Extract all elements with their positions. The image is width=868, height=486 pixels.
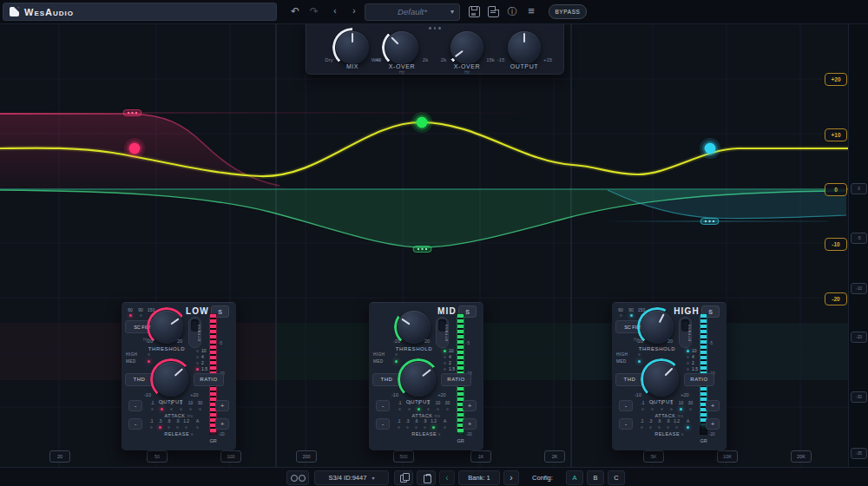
attack-led[interactable]	[189, 408, 192, 410]
global-bypass-button[interactable]: BYPASS	[549, 4, 587, 19]
release-led[interactable]	[641, 426, 643, 429]
attack-led[interactable]	[408, 408, 411, 410]
release-led[interactable]	[150, 426, 153, 429]
thd-mode-led[interactable]	[395, 353, 398, 356]
release-led[interactable]	[196, 426, 199, 429]
attack-led[interactable]	[427, 408, 430, 410]
undo-button[interactable]: ↶	[286, 3, 304, 19]
attack-increase-button[interactable]: +	[215, 400, 229, 411]
release-decrease-button[interactable]: -	[128, 418, 142, 430]
attack-led[interactable]	[180, 408, 182, 410]
ratio-led[interactable]	[687, 368, 689, 371]
thd-mode-led[interactable]	[638, 360, 641, 363]
save-icon[interactable]	[469, 6, 480, 17]
prev-preset-button[interactable]: ‹	[326, 3, 344, 19]
bank-indicator[interactable]: Bank: 1	[458, 470, 500, 485]
high-band-node[interactable]	[700, 138, 720, 159]
mix-knob[interactable]	[336, 31, 369, 64]
sc-led[interactable]	[620, 314, 622, 317]
attack-increase-button[interactable]: +	[463, 400, 477, 411]
copy-settings-button[interactable]	[394, 470, 413, 485]
thd-mode-led[interactable]	[638, 353, 641, 356]
attack-led[interactable]	[199, 408, 201, 410]
release-led[interactable]	[406, 426, 409, 429]
ratio-led[interactable]	[444, 356, 446, 358]
thd-mode-led[interactable]	[148, 360, 150, 363]
release-led[interactable]	[432, 426, 435, 429]
xover-low-knob[interactable]	[385, 31, 418, 64]
output-knob[interactable]	[154, 362, 188, 397]
ratio-led[interactable]	[196, 368, 199, 371]
release-led[interactable]	[444, 426, 446, 429]
sc-led[interactable]	[140, 314, 142, 317]
attack-led[interactable]	[651, 408, 654, 410]
release-led[interactable]	[398, 426, 400, 429]
thd-mode-led[interactable]	[395, 360, 398, 363]
band-bypass-toggle[interactable]: BYPASS	[188, 317, 201, 348]
release-led[interactable]	[424, 426, 426, 429]
release-led[interactable]	[159, 426, 161, 429]
attack-led[interactable]	[661, 408, 663, 410]
device-selector[interactable]: S3/4 ID:9447 ▾	[314, 470, 389, 485]
info-icon[interactable]: ⓘ	[503, 3, 521, 19]
ratio-button[interactable]: RATIO	[684, 373, 714, 386]
high-threshold-handle[interactable]	[700, 219, 719, 225]
low-threshold-handle[interactable]	[123, 110, 141, 116]
release-increase-button[interactable]: +	[215, 418, 229, 430]
attack-decrease-button[interactable]: -	[619, 400, 633, 411]
release-led[interactable]	[675, 426, 678, 429]
prev-bank-button[interactable]: ‹	[439, 470, 455, 485]
panel-drag-handle[interactable]	[429, 27, 441, 30]
ratio-led[interactable]	[687, 350, 689, 352]
attack-led[interactable]	[398, 408, 401, 410]
release-led[interactable]	[687, 426, 689, 429]
ratio-led[interactable]	[444, 362, 446, 364]
release-led[interactable]	[176, 426, 179, 429]
ratio-button[interactable]: RATIO	[194, 373, 224, 386]
release-led[interactable]	[168, 426, 170, 429]
attack-led[interactable]	[151, 408, 154, 410]
redo-button[interactable]: ↷	[306, 3, 323, 19]
attack-led[interactable]	[680, 408, 682, 410]
release-led[interactable]	[649, 426, 652, 429]
menu-icon[interactable]: ≡	[523, 3, 540, 19]
attack-led[interactable]	[641, 408, 644, 410]
preset-selector[interactable]: Default* ▾	[365, 3, 460, 21]
attack-led[interactable]	[446, 408, 449, 410]
config-a-button[interactable]: A	[566, 470, 583, 485]
attack-decrease-button[interactable]: -	[128, 400, 142, 411]
ratio-led[interactable]	[196, 362, 199, 364]
release-led[interactable]	[415, 426, 418, 429]
ratio-led[interactable]	[196, 350, 199, 352]
paste-settings-button[interactable]	[417, 470, 436, 485]
config-b-button[interactable]: B	[587, 470, 604, 485]
attack-led[interactable]	[437, 408, 439, 410]
low-band-node[interactable]	[124, 138, 145, 159]
attack-led[interactable]	[161, 408, 163, 410]
attack-led[interactable]	[170, 408, 173, 410]
sc-led[interactable]	[129, 314, 132, 317]
ratio-led[interactable]	[444, 350, 446, 352]
output-trim-knob[interactable]	[508, 31, 541, 64]
next-preset-button[interactable]: ›	[345, 3, 363, 19]
ratio-led[interactable]	[687, 362, 689, 364]
stereo-link-icon[interactable]	[286, 470, 309, 485]
mid-band-node[interactable]	[411, 112, 432, 133]
attack-led[interactable]	[689, 408, 692, 410]
ratio-led[interactable]	[444, 368, 446, 371]
output-knob[interactable]	[644, 362, 679, 397]
output-knob[interactable]	[401, 362, 436, 397]
release-led[interactable]	[667, 426, 669, 429]
sc-led[interactable]	[630, 314, 633, 317]
release-increase-button[interactable]: +	[463, 418, 477, 430]
attack-led[interactable]	[418, 408, 420, 410]
release-increase-button[interactable]: +	[706, 418, 720, 430]
attack-led[interactable]	[670, 408, 673, 410]
release-led[interactable]	[658, 426, 661, 429]
band-bypass-toggle[interactable]: BYPASS	[679, 317, 692, 348]
band-bypass-toggle[interactable]: BYPASS	[436, 317, 449, 348]
ratio-led[interactable]	[196, 356, 199, 358]
next-bank-button[interactable]: ›	[503, 470, 519, 485]
ratio-button[interactable]: RATIO	[441, 373, 471, 386]
release-led[interactable]	[185, 426, 187, 429]
